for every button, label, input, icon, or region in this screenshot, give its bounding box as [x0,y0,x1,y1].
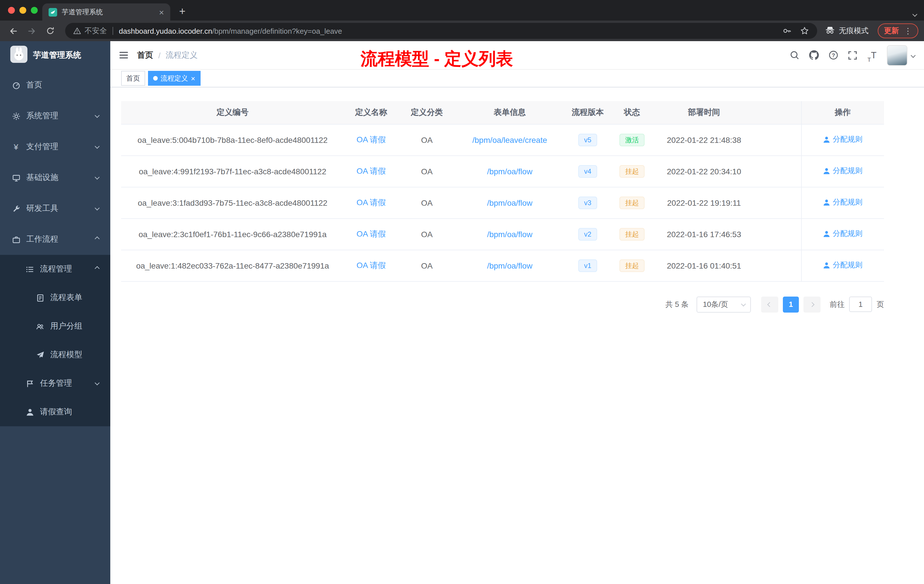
gear-icon [12,112,21,120]
assign-rule-label: 分配规则 [833,135,863,145]
pagination-total: 共 5 条 [665,299,688,309]
version-tag: v1 [578,259,597,272]
definition-name-link[interactable]: OA 请假 [356,166,386,175]
sidebar-item-devtools[interactable]: 研发工具 [0,193,110,224]
sidebar-item-home[interactable]: 首页 [0,70,110,101]
cell-deploy-time: 2022-01-16 01:40:51 [653,250,756,281]
sidebar-item-process-form[interactable]: 流程表单 [0,284,110,312]
form-link[interactable]: /bpm/oa/flow [487,167,533,176]
sidebar-item-infrastructure[interactable]: 基础设施 [0,162,110,193]
assign-rule-button[interactable]: 分配规则 [823,229,863,239]
sidebar-item-payment-management[interactable]: ¥支付管理 [0,132,110,162]
cell-category: OA [398,218,455,250]
window-close-button[interactable] [8,7,15,14]
github-icon[interactable] [807,48,820,63]
update-button[interactable]: 更新 ⋮ [878,23,918,38]
status-tag: 挂起 [619,165,645,177]
cell-deploy-time: 2022-01-22 20:34:10 [653,155,756,187]
goto-label: 前往 [830,299,845,309]
sidebar-item-user-group[interactable]: 用户分组 [0,312,110,341]
sidebar-menu: 首页系统管理¥支付管理基础设施研发工具工作流程流程管理流程表单用户分组流程模型任… [0,70,110,426]
browser-tab[interactable]: 芋道管理系统 × [42,3,170,21]
task-icon [25,379,34,388]
assign-rule-button[interactable]: 分配规则 [823,166,863,176]
form-link[interactable]: /bpm/oa/leave/create [472,135,547,144]
back-button[interactable] [6,23,21,39]
sidebar-item-workflow[interactable]: 工作流程 [0,224,110,255]
sidebar-item-label: 基础设施 [26,173,58,183]
cell-category: OA [398,155,455,187]
tags-view: 首页 流程定义 × [110,70,924,87]
sidebar-item-task-management[interactable]: 任务管理 [0,369,110,398]
chevron-left-icon [767,302,772,307]
forward-button[interactable] [24,23,40,39]
user-avatar[interactable] [887,45,908,66]
user-icon [823,199,831,206]
bookmark-star-icon[interactable] [800,26,809,35]
breadcrumb-home[interactable]: 首页 [137,50,153,60]
help-icon[interactable]: ? [826,48,840,63]
next-page-button[interactable] [804,296,820,312]
password-key-icon[interactable] [782,26,792,35]
form-link[interactable]: /bpm/oa/flow [487,198,533,207]
status-tag: 激活 [619,134,645,146]
tag-home[interactable]: 首页 [121,71,145,86]
tag-label: 首页 [126,73,140,83]
security-label: 不安全 [84,26,107,36]
definition-name-link[interactable]: OA 请假 [356,260,386,269]
sidebar-item-label: 工作流程 [26,234,58,244]
avatar-caret-icon[interactable] [911,53,916,58]
tab-close-icon[interactable]: × [157,7,166,17]
assign-rule-button[interactable]: 分配规则 [823,198,863,208]
browser-tab-strip: 芋道管理系统 × + [0,0,924,21]
form-link[interactable]: /bpm/oa/flow [487,261,533,270]
reload-button[interactable] [42,23,58,39]
browser-menu-icon[interactable]: ⋮ [904,26,912,35]
fullscreen-icon[interactable] [846,48,860,63]
sidebar-item-label: 任务管理 [40,378,72,389]
window-minimize-button[interactable] [20,7,26,14]
window-fullscreen-button[interactable] [31,7,38,14]
assign-rule-label: 分配规则 [833,166,863,176]
hamburger-icon[interactable] [110,50,137,60]
version-tag: v3 [578,196,597,209]
sidebar-item-process-model[interactable]: 流程模型 [0,341,110,369]
sidebar-item-system-management[interactable]: 系统管理 [0,101,110,132]
definition-name-link[interactable]: OA 请假 [356,198,386,206]
search-icon[interactable] [787,48,801,63]
model-icon [35,351,45,359]
page-1-button[interactable]: 1 [783,296,799,312]
prev-page-button[interactable] [761,296,778,312]
navbar-actions: ? TT [787,45,924,66]
incognito-badge: 无痕模式 [825,25,869,36]
tab-favicon-icon [49,8,57,16]
tab-search-button[interactable] [913,8,917,18]
definition-name-link[interactable]: OA 请假 [356,229,386,238]
process-list-icon [25,265,34,274]
page-size-select[interactable]: 10条/页 [696,296,751,312]
font-size-icon[interactable]: TT [865,48,879,63]
breadcrumb-separator: / [158,51,160,60]
assign-rule-button[interactable]: 分配规则 [823,260,863,271]
tag-close-icon[interactable]: × [191,74,195,82]
cell-deploy-time: 2022-01-22 21:48:38 [653,124,756,155]
definition-name-link[interactable]: OA 请假 [356,135,386,144]
col-definition-id: 定义编号 [121,101,344,124]
cell-definition-id: oa_leave:2:3c1f0ef1-76b1-11ec-9c66-a2380… [121,218,344,250]
assign-rule-button[interactable]: 分配规则 [823,135,863,145]
sidebar-item-process-management[interactable]: 流程管理 [0,255,110,284]
dashboard-icon [12,81,21,89]
pagination: 共 5 条 10条/页 1 前往 页 [121,296,884,312]
logo-avatar [10,46,27,65]
top-navbar: 首页 / 流程定义 ? T [110,41,924,70]
form-link[interactable]: /bpm/oa/flow [487,229,533,239]
user-icon [823,262,831,269]
goto-page-input[interactable] [849,297,872,312]
tag-process-definition[interactable]: 流程定义 × [148,71,200,86]
version-tag: v2 [578,228,597,240]
url-bar[interactable]: 不安全 dashboard.yudao.iocoder.cn/bpm/manag… [65,23,817,39]
new-tab-button[interactable]: + [175,4,190,19]
sidebar-item-leave-query[interactable]: 请假查询 [0,398,110,426]
user-group-icon [35,322,45,331]
tab-title: 芋道管理系统 [62,7,157,17]
